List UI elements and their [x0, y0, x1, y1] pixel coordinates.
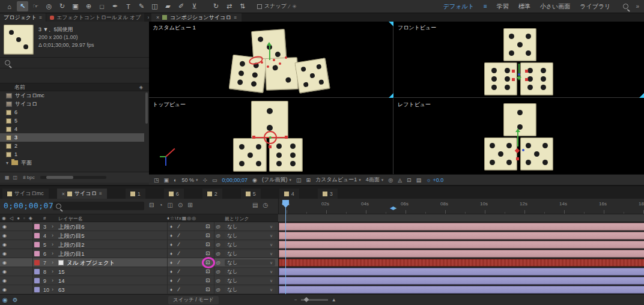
color-depth-button[interactable]: 8 bpc: [23, 175, 35, 180]
snap-option-2-icon[interactable]: ✳: [292, 4, 297, 10]
expand-layers-icon[interactable]: ◉: [2, 297, 8, 303]
interpret-footage-icon[interactable]: ◫: [13, 175, 18, 180]
project-item[interactable]: 6: [0, 108, 144, 116]
eye-column-icon[interactable]: ◉: [2, 216, 6, 221]
expand-arrow-icon[interactable]: ›: [52, 259, 53, 265]
draft-3d-icon[interactable]: ◔: [159, 202, 162, 208]
parent-dropdown[interactable]: なし∨: [225, 223, 275, 230]
dolly-camera-tool-button[interactable]: ⇅: [237, 1, 248, 11]
shy-switch-icon[interactable]: ♦: [170, 278, 172, 283]
view-front[interactable]: フロントビュー: [394, 22, 644, 98]
parent-dropdown[interactable]: なし∨: [225, 286, 275, 293]
quality-switch-icon[interactable]: ∕: [178, 232, 180, 238]
gizmo-handle[interactable]: [512, 78, 515, 81]
gizmo-handle[interactable]: [525, 70, 528, 73]
hand-tool-button[interactable]: ☞: [30, 1, 41, 11]
frame-blend-icon[interactable]: ⊙: [178, 202, 183, 208]
project-item[interactable]: 4: [0, 125, 144, 133]
layer-color-swatch[interactable]: [34, 260, 40, 265]
layer-row[interactable]: ◉4›上段の目5♦∕⊡@なし∨: [0, 231, 278, 240]
layer-row[interactable]: ◉10›63♦∕⊡@なし∨: [0, 285, 278, 294]
layer-name[interactable]: 15: [58, 268, 65, 275]
three-d-switch-icon[interactable]: ⊡: [205, 223, 210, 229]
orbit-camera-tool-button[interactable]: ↻: [210, 1, 222, 11]
pen-tool-button[interactable]: ✒: [109, 1, 121, 11]
parent-dropdown[interactable]: なし∨: [225, 250, 275, 257]
layer-duration-bar[interactable]: [279, 286, 644, 294]
hide-shy-icon[interactable]: ◫: [167, 202, 172, 208]
switches-modes-toggle[interactable]: スイッチ / モード: [168, 296, 219, 304]
scroll-thumb[interactable]: [46, 176, 73, 179]
workspace-menu-icon[interactable]: ≡: [484, 3, 487, 10]
gizmo-handle[interactable]: [252, 136, 255, 139]
comp-tab[interactable]: ×サイコロ≡: [57, 189, 107, 199]
pick-whip-icon[interactable]: @: [216, 278, 220, 283]
gear-icon[interactable]: ⚙: [13, 297, 18, 303]
comp-tab[interactable]: 4: [279, 189, 299, 199]
expand-arrow-icon[interactable]: ›: [52, 241, 53, 247]
quality-switch-icon[interactable]: ∕: [178, 250, 180, 256]
layer-name[interactable]: 14: [58, 277, 65, 284]
pick-whip-icon[interactable]: @: [216, 269, 220, 274]
parent-dropdown[interactable]: なし∨: [225, 259, 275, 266]
workspace-tab[interactable]: 小さい画面: [540, 2, 570, 11]
layer-color-swatch[interactable]: [34, 269, 40, 274]
layer-duration-bar[interactable]: [279, 259, 644, 267]
visibility-eye-icon[interactable]: ◉: [2, 278, 7, 283]
layer-row[interactable]: ◉7›ヌル オブジェクト♦∕⊡@なし∨: [0, 258, 278, 267]
solo-column-icon[interactable]: ●: [17, 216, 20, 221]
motion-blur-icon[interactable]: ⊞: [187, 202, 192, 208]
three-d-switch-icon[interactable]: ⊡: [205, 286, 210, 292]
three-d-switch-icon[interactable]: ⊡: [205, 232, 210, 238]
y-axis-arrow[interactable]: [269, 46, 270, 60]
graph-editor-icon[interactable]: ▤: [252, 202, 258, 208]
comp-tab[interactable]: 6: [164, 189, 184, 199]
project-settings-icon[interactable]: ▦: [5, 175, 10, 180]
layer-row[interactable]: ◉9›14♦∕⊡@なし∨: [0, 276, 278, 285]
composition-viewer[interactable]: カスタムビュー 1 フロントビュー: [149, 22, 644, 174]
gizmo-handle[interactable]: [512, 70, 515, 73]
grid-guides-icon[interactable]: ⊹: [203, 177, 208, 183]
fast-previews-icon[interactable]: ◬: [398, 177, 402, 183]
parent-dropdown[interactable]: なし∨: [225, 268, 275, 275]
layer-color-swatch[interactable]: [34, 287, 40, 292]
shy-switch-icon[interactable]: ♦: [170, 251, 172, 256]
pick-whip-icon[interactable]: @: [216, 260, 220, 265]
parent-dropdown[interactable]: なし∨: [225, 232, 275, 239]
zoom-tool-button[interactable]: ◎: [43, 1, 55, 11]
shape-tool-button[interactable]: □: [96, 1, 108, 11]
pick-whip-icon[interactable]: @: [216, 233, 220, 238]
layer-row[interactable]: ◉3›上段の目6♦∕⊡@なし∨: [0, 222, 278, 231]
roto-brush-tool-button[interactable]: ✐: [175, 1, 187, 11]
project-scrollbar[interactable]: [145, 92, 148, 124]
project-item[interactable]: ▾平面: [0, 159, 144, 167]
panel-menu-icon[interactable]: ≡: [99, 191, 102, 196]
quality-switch-icon[interactable]: ∕: [178, 259, 180, 265]
timeline-search-field[interactable]: [53, 202, 144, 210]
rotation-tool-button[interactable]: ↻: [56, 1, 68, 11]
view-layout-dropdown[interactable]: 4画面▾: [366, 176, 384, 184]
zoom-slider[interactable]: [301, 299, 328, 301]
project-list-header[interactable]: 名前 ◈: [0, 83, 149, 91]
view-select-dropdown[interactable]: カスタムビュー1▾: [315, 176, 361, 184]
search-icon[interactable]: [623, 4, 628, 9]
work-area-bracket[interactable]: ◀▶: [390, 205, 396, 211]
shy-switch-icon[interactable]: ♦: [170, 224, 172, 229]
visibility-eye-icon[interactable]: ◉: [2, 287, 7, 292]
layer-duration-bar[interactable]: [279, 250, 644, 258]
flowchart-icon[interactable]: ◳: [154, 177, 159, 183]
pick-whip-icon[interactable]: @: [216, 287, 220, 292]
layer-color-swatch[interactable]: [34, 242, 40, 247]
project-item[interactable]: サイコロmc: [0, 91, 144, 100]
project-item[interactable]: 2: [0, 142, 144, 150]
project-panel-tab[interactable]: プロジェクト≡: [0, 13, 46, 22]
auto-keyframe-icon[interactable]: ◷: [263, 202, 268, 208]
layer-duration-bar[interactable]: [279, 232, 644, 240]
snapshot-camera-icon[interactable]: ◉: [252, 177, 257, 183]
layer-color-swatch[interactable]: [34, 251, 40, 256]
visibility-eye-icon[interactable]: ◉: [2, 251, 7, 256]
project-item[interactable]: 5: [0, 116, 144, 125]
expand-arrow-icon[interactable]: ›: [52, 250, 53, 256]
workspace-tab[interactable]: ライブラリ: [580, 2, 610, 11]
zoom-in-icon[interactable]: ▲: [332, 297, 336, 303]
